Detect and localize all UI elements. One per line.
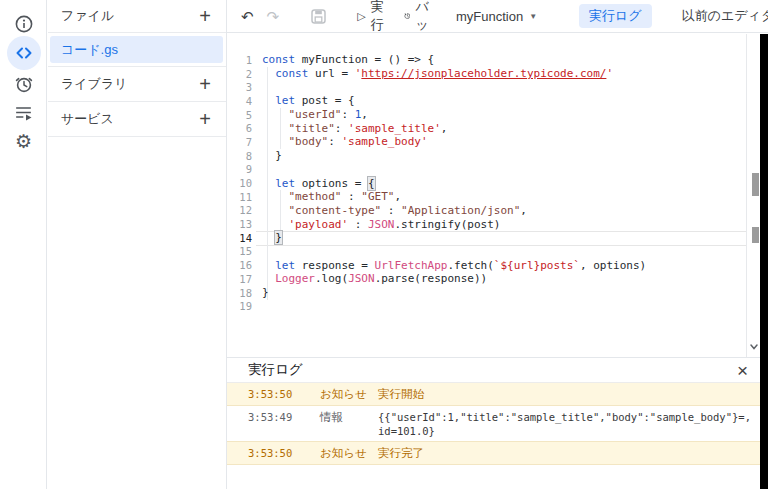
code-text: "content-type" : "Application/json",: [262, 204, 527, 217]
log-timestamp: 3:53:50: [248, 387, 320, 400]
line-number: 12: [227, 204, 252, 216]
log-row: 3:53:50お知らせ実行完了: [227, 442, 768, 465]
code-text: }: [262, 149, 282, 162]
line-number: 10: [227, 177, 252, 189]
run-button[interactable]: ▷ 実行: [357, 0, 383, 34]
file-name-label: コード.gs: [61, 41, 118, 59]
services-header-label: サービス: [61, 110, 114, 128]
line-number: 18: [227, 287, 252, 299]
line-number: 17: [227, 273, 252, 285]
use-legacy-editor-link[interactable]: 以前のエディタを使用: [682, 7, 768, 25]
code-text: 'payload' : JSON.stringify(post): [262, 218, 500, 231]
files-header-label: ファイル: [61, 7, 114, 25]
editor-nav-button[interactable]: [0, 36, 47, 70]
code-editor[interactable]: 1const myFunction = () => {2 const url =…: [227, 34, 768, 357]
code-lines: 1const myFunction = () => {2 const url =…: [227, 53, 768, 313]
libraries-section-header: ライブラリ +: [48, 67, 226, 102]
execution-log-button[interactable]: 実行ログ: [579, 4, 652, 28]
line-number: 2: [227, 68, 252, 80]
line-number: 1: [227, 54, 252, 66]
chevron-down-icon: [747, 341, 761, 353]
log-type-label: お知らせ: [320, 387, 378, 402]
add-file-button[interactable]: +: [197, 6, 213, 26]
alarm-clock-icon: [14, 74, 34, 94]
triggers-nav-button[interactable]: [0, 74, 47, 94]
line-number: 8: [227, 150, 252, 162]
run-label: 実行: [371, 0, 384, 34]
log-timestamp: 3:53:49: [248, 410, 320, 423]
line-number: 19: [227, 300, 252, 312]
line-number: 15: [227, 245, 252, 257]
log-timestamp: 3:53:50: [248, 446, 320, 459]
code-line: 14 }: [227, 231, 768, 245]
code-line: 2 const url = 'https://jsonplaceholder.t…: [227, 67, 768, 81]
text-cursor: [282, 231, 283, 243]
code-line: 18}: [227, 286, 768, 300]
code-text: }: [262, 231, 283, 244]
log-panel-header: 実行ログ ×: [227, 358, 768, 383]
code-text: const url = 'https://jsonplaceholder.typ…: [262, 67, 613, 80]
log-message: 実行完了: [378, 446, 768, 460]
code-line: 11 "method" : "GET",: [227, 190, 768, 204]
log-panel-title: 実行ログ: [248, 361, 303, 379]
executions-list-icon: [14, 103, 34, 123]
code-line: 10 let options = {: [227, 176, 768, 190]
code-line: 1const myFunction = () => {: [227, 53, 768, 67]
code-line: 8 }: [227, 149, 768, 163]
info-icon: [14, 14, 34, 34]
add-library-button[interactable]: +: [197, 74, 213, 94]
log-row: 3:53:50お知らせ実行開始: [227, 383, 768, 406]
file-list: コード.gs: [48, 33, 226, 67]
executions-nav-button[interactable]: [0, 103, 47, 123]
libraries-header-label: ライブラリ: [61, 75, 128, 93]
function-selector-dropdown[interactable]: myFunction ▼: [456, 9, 537, 24]
scroll-down-chevron[interactable]: [747, 339, 761, 357]
add-service-button[interactable]: +: [197, 109, 213, 129]
code-text: let response = UrlFetchApp.fetch(`${url}…: [262, 259, 646, 272]
code-text: let options = {: [262, 177, 375, 190]
services-section-header: サービス +: [48, 102, 226, 137]
play-icon: ▷: [357, 10, 365, 23]
line-number: 16: [227, 259, 252, 271]
log-type-label: お知らせ: [320, 446, 378, 461]
code-text: "userId": 1,: [262, 108, 368, 121]
redo-button[interactable]: ↷: [267, 9, 280, 24]
code-line: 19: [227, 299, 768, 313]
log-row: 3:53:49情報{{"userId":1,"title":"sample_ti…: [227, 406, 768, 442]
code-text: "method" : "GET",: [262, 190, 401, 203]
code-text: Logger.log(JSON.parse(response)): [262, 272, 487, 285]
code-line: 16 let response = UrlFetchApp.fetch(`${u…: [227, 258, 768, 272]
line-number: 14: [227, 232, 252, 244]
log-message: {{"userId":1,"title":"sample_title","bod…: [378, 410, 768, 438]
left-icon-rail: ⚙: [0, 0, 47, 489]
overview-info-icon[interactable]: [0, 14, 47, 34]
code-line: 6 "title": 'sample_title',: [227, 121, 768, 135]
code-icon: [7, 36, 41, 70]
line-number: 3: [227, 81, 252, 93]
code-line: 4 let post = {: [227, 94, 768, 108]
line-number: 5: [227, 109, 252, 121]
code-text: "title": 'sample_title',: [262, 122, 447, 135]
code-text: const myFunction = () => {: [262, 53, 434, 66]
close-icon[interactable]: ×: [727, 361, 758, 380]
gear-icon: ⚙: [15, 132, 32, 151]
code-text: }: [262, 286, 269, 299]
settings-nav-button[interactable]: ⚙: [0, 130, 47, 152]
code-line: 3: [227, 80, 768, 94]
file-panel: ファイル + コード.gs ライブラリ + サービス +: [48, 0, 226, 489]
code-text: "body": 'sample_body': [262, 135, 428, 148]
code-line: 13 'payload' : JSON.stringify(post): [227, 217, 768, 231]
file-item-code-gs[interactable]: コード.gs: [50, 36, 223, 63]
save-button[interactable]: [310, 8, 327, 25]
code-line: 12 "content-type" : "Application/json",: [227, 204, 768, 218]
function-name-label: myFunction: [456, 9, 523, 24]
code-text: let post = {: [262, 94, 355, 107]
log-message: 実行開始: [378, 387, 768, 401]
code-line: 9: [227, 163, 768, 177]
save-floppy-icon: [310, 8, 327, 25]
undo-button[interactable]: ↶: [241, 9, 254, 24]
chevron-down-icon: ▼: [529, 12, 537, 21]
debug-history-icon: [404, 8, 411, 24]
editor-toolbar: ↶ ↷ ▷ 実行 デバッグ myFunction ▼: [227, 0, 768, 33]
log-rows: 3:53:50お知らせ実行開始3:53:49情報{{"userId":1,"ti…: [227, 383, 768, 465]
